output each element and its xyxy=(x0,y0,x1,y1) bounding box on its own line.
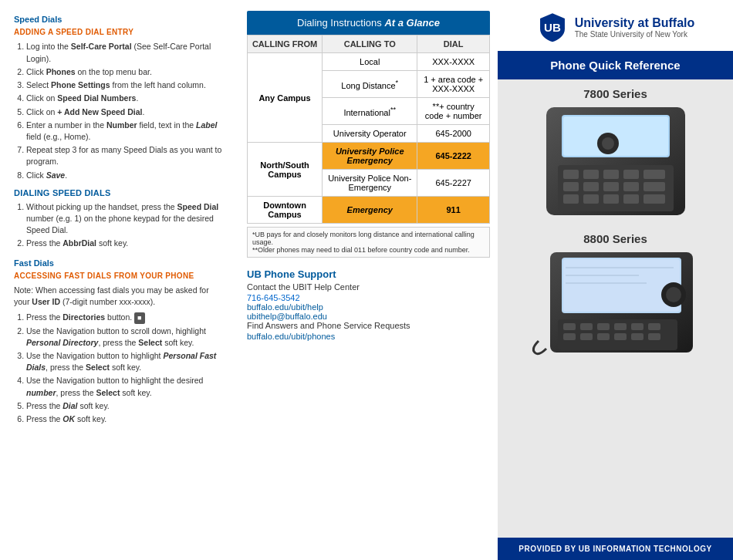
to-police-non-emergency: University Police Non-Emergency xyxy=(323,170,417,197)
to-long-distance: Long Distance* xyxy=(323,71,417,98)
footnote-2: **Older phones may need to dial 011 befo… xyxy=(252,246,470,254)
col-calling-to: CALLING TO xyxy=(323,35,417,53)
dial-step-1: Without picking up the handset, press th… xyxy=(26,201,227,237)
svg-rect-38 xyxy=(597,333,610,340)
mid-panel: Dialing Instructions At a Glance CALLING… xyxy=(239,0,498,560)
svg-rect-37 xyxy=(580,333,593,340)
speed-dials-subtitle: ADDING A SPEED DIAL ENTRY xyxy=(14,27,227,39)
support-link-2[interactable]: ubithelp@buffalo.edu xyxy=(247,312,490,321)
phone-8800-image xyxy=(523,248,708,360)
svg-rect-36 xyxy=(563,333,576,340)
step-6: Enter a number in the Number field, text… xyxy=(26,120,227,143)
table-row: Any Campus Local XXX-XXXX xyxy=(248,53,490,71)
svg-rect-30 xyxy=(563,323,576,330)
ub-name-container: University at Buffalo The State Universi… xyxy=(575,16,695,39)
footnote: *UB pays for and closely monitors long d… xyxy=(247,227,490,258)
svg-rect-19 xyxy=(623,194,639,204)
support-link-3[interactable]: buffalo.edu/ubit/phones xyxy=(247,332,490,341)
svg-rect-11 xyxy=(563,182,579,191)
fast-step-2: Use the Navigation button to scroll down… xyxy=(26,326,227,349)
provided-by-banner: PROVIDED BY UB INFORMATION TECHNOLOGY xyxy=(498,538,733,560)
svg-rect-15 xyxy=(643,182,665,191)
svg-rect-14 xyxy=(623,182,639,191)
dial-local: XXX-XXXX xyxy=(417,53,490,71)
series-8800-label: 8800 Series xyxy=(583,232,647,245)
from-north-south: North/South Campus xyxy=(248,143,323,197)
svg-rect-9 xyxy=(623,170,639,179)
svg-point-22 xyxy=(602,137,614,150)
support-phone-link[interactable]: 716-645-3542 xyxy=(247,293,490,302)
col-dial: DIAL xyxy=(417,35,490,53)
from-any-campus: Any Campus xyxy=(248,53,323,143)
svg-rect-35 xyxy=(648,323,660,330)
svg-rect-39 xyxy=(614,333,627,340)
dial-step-2: Press the AbbrDial soft key. xyxy=(26,238,227,249)
svg-rect-25 xyxy=(563,259,680,312)
ub-logo-area: UB University at Buffalo The State Unive… xyxy=(498,0,733,51)
ub-subtitle: The State University of New York xyxy=(575,30,695,39)
banner-text: Phone Quick Reference xyxy=(550,59,680,72)
fast-step-6: Press the OK soft key. xyxy=(26,413,227,425)
support-contact: Contact the UBIT Help Center xyxy=(247,282,490,292)
phone-support: UB Phone Support Contact the UBIT Help C… xyxy=(247,268,490,341)
fast-step-3: Use the Navigation button to highlight P… xyxy=(26,350,227,373)
fast-dials-steps-list: Press the Directories button. ■ Use the … xyxy=(14,312,227,426)
svg-rect-16 xyxy=(563,194,579,204)
table-header-italic: At a Glance xyxy=(384,17,440,29)
support-find: Find Answers and Phone Service Requests xyxy=(247,321,490,330)
svg-rect-8 xyxy=(603,170,619,179)
dial-long-distance: 1 + area code + XXX-XXXX xyxy=(417,71,490,98)
speed-dials-section: Speed Dials ADDING A SPEED DIAL ENTRY Lo… xyxy=(14,14,227,250)
svg-rect-40 xyxy=(631,333,643,340)
table-row: North/South Campus University Police Eme… xyxy=(248,143,490,170)
right-panel: UB University at Buffalo The State Unive… xyxy=(498,0,733,560)
svg-rect-17 xyxy=(583,194,599,204)
col-calling-from: CALLING FROM xyxy=(248,35,323,53)
svg-point-43 xyxy=(666,287,681,302)
from-downtown: Downtown Campus xyxy=(248,197,323,224)
to-local: Local xyxy=(323,53,417,71)
svg-rect-32 xyxy=(597,323,610,330)
provided-by-text: PROVIDED BY UB INFORMATION TECHNOLOGY xyxy=(519,545,711,553)
dialing-speed-dials-label: DIALING SPEED DIALS xyxy=(14,187,227,200)
to-emergency: Emergency xyxy=(323,197,417,224)
ub-name-text: University at Buffalo xyxy=(575,16,695,30)
step-5: Click on + Add New Speed Dial. xyxy=(26,106,227,118)
speed-dials-steps-list: Log into the Self-Care Portal (See Self-… xyxy=(14,41,227,180)
svg-rect-31 xyxy=(580,323,593,330)
ub-logo-icon: UB xyxy=(536,11,569,43)
dial-university-operator: 645-2000 xyxy=(417,125,490,143)
support-link-1[interactable]: buffalo.edu/ubit/help xyxy=(247,302,490,312)
step-4: Click on Speed Dial Numbers. xyxy=(26,93,227,104)
step-3: Select Phone Settings from the left hand… xyxy=(26,79,227,91)
dial-international: **+ country code + number xyxy=(417,98,490,125)
fast-dials-section: Fast Dials ACCESSING FAST DIALS FROM YOU… xyxy=(14,258,227,426)
svg-rect-12 xyxy=(583,182,599,191)
svg-rect-33 xyxy=(614,323,627,330)
fast-dials-title: Fast Dials xyxy=(14,258,227,270)
table-row: Downtown Campus Emergency 911 xyxy=(248,197,490,224)
fast-dials-note: Note: When accessing fast dials you may … xyxy=(14,285,227,308)
fast-step-5: Press the Dial soft key. xyxy=(26,400,227,412)
step-8: Click Save. xyxy=(26,170,227,181)
to-university-operator: University Operator xyxy=(323,125,417,143)
svg-text:UB: UB xyxy=(544,21,561,34)
svg-rect-6 xyxy=(563,170,579,179)
svg-rect-13 xyxy=(603,182,619,191)
table-header-text: Dialing Instructions xyxy=(297,17,382,29)
svg-rect-41 xyxy=(648,333,660,340)
speed-dials-title: Speed Dials xyxy=(14,14,227,26)
to-police-emergency: University Police Emergency xyxy=(323,143,417,170)
to-international: International** xyxy=(323,98,417,125)
dial-police-emergency: 645-2222 xyxy=(417,143,490,170)
svg-rect-18 xyxy=(603,194,619,204)
fast-step-1: Press the Directories button. ■ xyxy=(26,312,227,324)
fast-dials-subtitle: ACCESSING FAST DIALS FROM YOUR PHONE xyxy=(14,271,227,282)
step-7: Repeat step 3 for as many Speed Dials as… xyxy=(26,144,227,167)
fast-step-4: Use the Navigation button to highlight t… xyxy=(26,375,227,398)
left-panel: Speed Dials ADDING A SPEED DIAL ENTRY Lo… xyxy=(0,0,239,560)
step-2: Click Phones on the top menu bar. xyxy=(26,66,227,78)
svg-rect-7 xyxy=(583,170,599,179)
series-7800-label: 7800 Series xyxy=(583,87,647,100)
dial-emergency: 911 xyxy=(417,197,490,224)
